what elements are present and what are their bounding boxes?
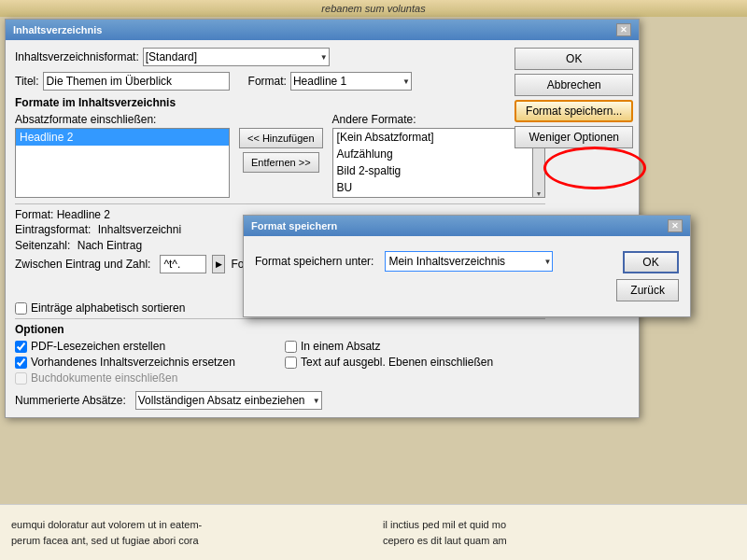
ok-button[interactable]: OK	[514, 48, 633, 70]
nummerierte-label: Nummerierte Absätze:	[15, 394, 126, 407]
andere-item-aufzaehlung[interactable]: Aufzählung	[333, 146, 532, 162]
format-dialog-buttons: OK Zurück	[616, 251, 679, 301]
close-button[interactable]: ✕	[616, 23, 631, 36]
format-dialog-titlebar-buttons: ✕	[668, 219, 683, 232]
titlebar-buttons: ✕	[616, 23, 631, 36]
check4-row: In einem Absatz	[285, 340, 545, 353]
format-speichern-button[interactable]: Format speichern...	[514, 100, 633, 122]
andere-item-bu[interactable]: BU	[333, 179, 532, 196]
seitenzahl-value: Nach Eintrag	[78, 239, 142, 252]
andere-item-kein[interactable]: [Kein Absatzformat]	[333, 129, 532, 146]
absatz-panel: Absatzformate einschließen: Headline 2	[15, 113, 230, 198]
check1-label: PDF-Lesezeichen erstellen	[31, 340, 165, 353]
format-select[interactable]: [Standard]	[143, 48, 330, 66]
check2-checkbox[interactable]	[15, 357, 27, 369]
scroll-down-icon[interactable]: ▼	[536, 190, 543, 197]
document-top-bar: rebanem sum voluntas	[0, 0, 747, 17]
format-label: Inhaltsverzeichnisformat:	[15, 50, 139, 63]
format2-select-wrapper: Headline 1	[290, 72, 412, 91]
format-hl2-label: Format: Headline 2	[15, 208, 110, 221]
format-speichern-dialog: Format speichern ✕ Format speichern unte…	[243, 215, 691, 317]
middle-buttons: << Hinzufügen Entfernen >>	[235, 128, 327, 173]
right-col-checks: In einem Absatz Text auf ausgebl. Ebenen…	[285, 340, 545, 387]
eintrags-label: Eintragsformat:	[15, 223, 91, 236]
format-dialog-left: Format speichern unter:	[255, 251, 607, 283]
format-zurueck-button[interactable]: Zurück	[616, 279, 679, 301]
zwischen-arrow-btn[interactable]: ▶	[212, 255, 225, 273]
absatz-item-headline2[interactable]: Headline 2	[16, 129, 229, 146]
alphabetisch-checkbox[interactable]	[15, 302, 27, 315]
check3-checkbox[interactable]	[15, 372, 27, 385]
check2-row: Vorhandenes Inhaltsverzeichnis ersetzen	[15, 356, 275, 369]
format-ok-button[interactable]: OK	[623, 251, 679, 273]
check4-label: In einem Absatz	[301, 340, 380, 353]
titel-input[interactable]	[43, 72, 230, 91]
check3-label: Buchdokumente einschließen	[31, 371, 177, 385]
format-dialog-content: Format speichern unter: OK Zurück	[255, 251, 679, 301]
absatz-label: Absatzformate einschließen:	[15, 113, 226, 126]
options-section: Optionen PDF-Lesezeichen erstellen Vorha…	[15, 323, 545, 410]
document-bottom-area: eumqui doloratur aut volorem ut in eatem…	[0, 504, 747, 560]
formate-section-title: Formate im Inhaltsverzeichnis	[15, 96, 545, 109]
hinzufuegen-button[interactable]: << Hinzufügen	[239, 128, 323, 148]
two-col-checks: PDF-Lesezeichen erstellen Vorhandenes In…	[15, 340, 545, 387]
format-dialog-titlebar: Format speichern ✕	[244, 216, 690, 236]
check5-checkbox[interactable]	[285, 357, 297, 369]
abbrechen-button[interactable]: Abbrechen	[514, 74, 633, 96]
format2-label: Format:	[248, 75, 287, 88]
format2-select[interactable]: Headline 1	[290, 72, 412, 91]
nummerierte-select[interactable]: Vollständigen Absatz einbeziehen	[135, 391, 322, 410]
check1-checkbox[interactable]	[15, 341, 27, 353]
weniger-optionen-button[interactable]: Weniger Optionen	[514, 126, 633, 148]
format-input-wrapper	[385, 251, 553, 272]
doc-title-text: rebanem sum voluntas	[321, 3, 425, 14]
titel-label: Titel:	[15, 75, 39, 88]
nummerierte-select-wrapper: Vollständigen Absatz einbeziehen	[135, 391, 322, 410]
doc-bottom-left-content: eumqui doloratur aut volorem ut in eatem…	[11, 519, 202, 546]
andere-item-bild2sp[interactable]: Bild 2-spaltig	[333, 162, 532, 179]
format-row: Inhaltsverzeichnisformat: [Standard]	[15, 48, 545, 66]
separator2	[15, 318, 545, 319]
format-select-wrapper: [Standard]	[143, 48, 330, 66]
check2-label: Vorhandenes Inhaltsverzeichnis ersetzen	[31, 356, 235, 369]
nummerierte-row: Nummerierte Absätze: Vollständigen Absat…	[15, 391, 545, 410]
left-col-checks: PDF-Lesezeichen erstellen Vorhandenes In…	[15, 340, 275, 387]
eintrags-value: Inhaltsverzeichni	[98, 223, 181, 236]
seitenzahl-label: Seitenzahl:	[15, 239, 70, 252]
main-dialog-titlebar: Inhaltsverzeichnis ✕	[6, 20, 639, 40]
entfernen-button[interactable]: Entfernen >>	[243, 152, 319, 173]
format-save-row: Format speichern unter:	[255, 251, 607, 272]
format-dialog-close-btn[interactable]: ✕	[668, 219, 683, 232]
format-save-label: Format speichern unter:	[255, 255, 374, 268]
zwischen-input[interactable]	[160, 255, 206, 273]
check1-row: PDF-Lesezeichen erstellen	[15, 340, 275, 353]
doc-bottom-left-text: eumqui doloratur aut volorem ut in eatem…	[11, 517, 364, 548]
panels-area: Absatzformate einschließen: Headline 2 <…	[15, 113, 545, 198]
doc-bottom-right-text: il inctius ped mil et quid mocepero es d…	[383, 517, 736, 548]
title-format-row: Titel: Format: Headline 1	[15, 72, 545, 91]
check5-label: Text auf ausgebl. Ebenen einschließen	[301, 356, 493, 369]
format-save-input[interactable]	[385, 251, 553, 272]
main-dialog-title: Inhaltsverzeichnis	[13, 24, 102, 35]
separator1	[15, 203, 545, 204]
format-dialog-body: Format speichern unter: OK Zurück	[244, 236, 690, 316]
options-title: Optionen	[15, 323, 545, 336]
absatz-listbox[interactable]: Headline 2	[15, 128, 230, 198]
zwischen-label: Zwischen Eintrag und Zahl:	[15, 258, 150, 271]
check3-row: Buchdokumente einschließen	[15, 371, 275, 385]
right-buttons: OK Abbrechen Format speichern... Weniger…	[509, 40, 639, 156]
check4-checkbox[interactable]	[285, 341, 297, 353]
format-dialog-title: Format speichern	[251, 220, 337, 231]
check5-row: Text auf ausgebl. Ebenen einschließen	[285, 356, 545, 369]
eintrags-row: Eintragsformat: Inhaltsverzeichni	[15, 223, 181, 236]
andere-formate-listbox[interactable]: [Kein Absatzformat] Aufzählung Bild 2-sp…	[332, 128, 532, 198]
alphabetisch-label: Einträge alphabetisch sortieren	[31, 301, 185, 315]
doc-bottom-right-content: il inctius ped mil et quid mocepero es d…	[383, 519, 507, 546]
